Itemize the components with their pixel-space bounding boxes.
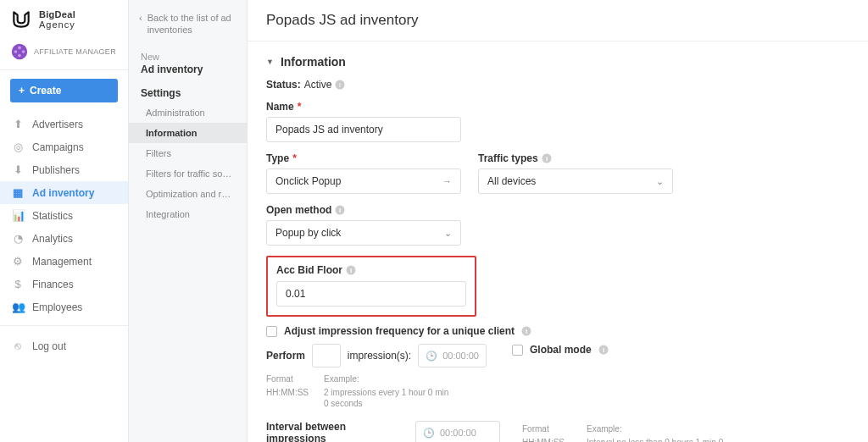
- sidebar-primary: BigDeal Agency AFFILIATE MANAGER + Creat…: [0, 0, 129, 442]
- nav-ad-inventory[interactable]: ▦Ad inventory: [0, 181, 128, 204]
- info-icon[interactable]: i: [335, 205, 345, 215]
- nav-analytics[interactable]: ◔Analytics: [0, 227, 128, 250]
- gear-icon: ⚙: [12, 255, 24, 268]
- adjust-label: Adjust impression frequency for a unique…: [284, 325, 515, 337]
- sec-heading: New: [129, 48, 247, 64]
- pie-icon: ◔: [12, 232, 24, 245]
- svg-text:i: i: [546, 155, 548, 163]
- brand-name: BigDeal: [39, 9, 75, 19]
- interval-time-input[interactable]: 🕒 00:00:00: [415, 421, 500, 442]
- create-button[interactable]: + Create: [10, 79, 118, 102]
- info-icon[interactable]: i: [335, 80, 345, 90]
- dollar-icon: $: [12, 278, 24, 290]
- chevron-down-icon: ⌄: [656, 176, 664, 187]
- sec-item-filters[interactable]: Filters: [129, 143, 247, 163]
- bid-floor-input[interactable]: [276, 281, 466, 307]
- type-label: Type*: [266, 152, 461, 164]
- logo-icon: [10, 8, 32, 30]
- sidebar-secondary: ‹ Back to the list of ad inventories New…: [129, 0, 248, 442]
- name-label: Name*: [266, 101, 849, 113]
- nav-statistics[interactable]: 📊Statistics: [0, 204, 128, 227]
- logout-icon: ⎋: [12, 340, 24, 352]
- back-link[interactable]: ‹ Back to the list of ad inventories: [129, 8, 247, 48]
- role-label: AFFILIATE MANAGER: [34, 47, 116, 56]
- arrow-right-icon: →: [442, 176, 452, 186]
- svg-point-1: [18, 47, 21, 50]
- svg-point-3: [22, 50, 25, 53]
- users-icon: 👥: [12, 301, 24, 313]
- open-method-label: Open method i: [266, 204, 849, 216]
- traffic-label: Traffic types i: [478, 152, 673, 164]
- svg-text:i: i: [526, 328, 527, 335]
- chart-icon: 📊: [12, 209, 24, 222]
- svg-text:i: i: [339, 207, 341, 214]
- open-method-select[interactable]: Popup by click ⌄: [266, 220, 461, 246]
- svg-point-4: [18, 54, 21, 58]
- bid-floor-label: Acc Bid Floor i: [276, 264, 466, 276]
- nav-campaigns[interactable]: ◎Campaigns: [0, 135, 128, 158]
- nav-publishers[interactable]: ⬇Publishers: [0, 158, 128, 181]
- divider: [0, 325, 128, 326]
- example-label: Example:: [324, 373, 451, 384]
- format-label: Format: [266, 373, 309, 384]
- upload-icon: ⬆: [12, 118, 24, 130]
- info-icon[interactable]: i: [521, 326, 531, 336]
- collapse-icon[interactable]: ▼: [266, 58, 274, 66]
- type-select[interactable]: Onclick Popup →: [266, 169, 461, 194]
- section-title: ▼ Information: [266, 55, 849, 69]
- info-icon[interactable]: i: [542, 153, 552, 163]
- page-title: Popads JS ad inventory: [248, 0, 868, 41]
- svg-text:i: i: [350, 267, 352, 274]
- info-icon[interactable]: i: [598, 345, 609, 355]
- sec-item-optimization[interactable]: Optimization and rules: [129, 184, 247, 204]
- perform-time-input[interactable]: 🕒 00:00:00: [418, 344, 487, 367]
- interval-label: Interval between impressions: [266, 421, 393, 442]
- traffic-select[interactable]: All devices ⌄: [478, 169, 673, 194]
- sec-group: Settings: [129, 82, 247, 102]
- download-icon: ⬇: [12, 163, 24, 176]
- nav-management[interactable]: ⚙Management: [0, 250, 128, 273]
- sec-item-administration[interactable]: Administration: [129, 102, 247, 123]
- sec-item-integration[interactable]: Integration: [129, 204, 247, 224]
- impressions-count-input[interactable]: [312, 344, 341, 367]
- status-line: Status: Active i: [266, 79, 849, 91]
- global-mode-checkbox[interactable]: [512, 345, 523, 356]
- chevron-left-icon: ‹: [139, 12, 142, 24]
- clock-icon: 🕒: [423, 428, 435, 439]
- bid-floor-highlight: Acc Bid Floor i: [266, 256, 476, 317]
- svg-point-2: [14, 50, 18, 53]
- target-icon: ◎: [12, 141, 24, 153]
- svg-text:i: i: [339, 81, 341, 89]
- global-mode-label: Global mode: [530, 344, 592, 356]
- nav-advertisers[interactable]: ⬆Advertisers: [0, 113, 128, 135]
- sec-item-filters-traffic[interactable]: Filters for traffic sour...: [129, 163, 247, 184]
- role-area: AFFILIATE MANAGER: [0, 37, 128, 70]
- logout-link[interactable]: ⎋ Log out: [0, 333, 128, 359]
- impressions-word: impression(s):: [348, 350, 411, 362]
- main-panel: Popads JS ad inventory ▼ Information Sta…: [248, 0, 868, 442]
- brand-sub: Agency: [39, 19, 75, 30]
- brand-logo: BigDeal Agency: [0, 0, 128, 37]
- role-icon: [10, 42, 29, 61]
- info-icon[interactable]: i: [346, 265, 356, 275]
- chevron-down-icon: ⌄: [444, 228, 452, 239]
- sec-title: Ad inventory: [129, 64, 247, 82]
- nav-employees[interactable]: 👥Employees: [0, 296, 128, 318]
- sec-item-information[interactable]: Information: [129, 123, 247, 143]
- clock-icon: 🕒: [426, 351, 437, 362]
- name-input[interactable]: [266, 117, 461, 142]
- svg-text:i: i: [603, 346, 604, 354]
- plus-icon: +: [19, 85, 25, 97]
- grid-icon: ▦: [12, 186, 24, 199]
- adjust-checkbox[interactable]: [266, 326, 277, 337]
- perform-label: Perform: [266, 350, 305, 362]
- nav-finances[interactable]: $Finances: [0, 273, 128, 296]
